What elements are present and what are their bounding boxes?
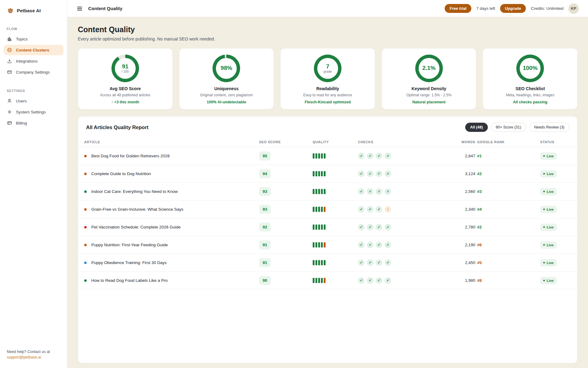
check-icon: ✓: [385, 259, 391, 266]
check-icon: ✓: [358, 153, 364, 159]
sidebar-nav: FLOW Topics Content Clusters Integration…: [0, 20, 67, 349]
topic-dot: [84, 262, 87, 264]
credits-label: Credits: Unlimited: [531, 6, 564, 11]
check-icon: ✓: [385, 242, 391, 248]
metric-card: 98% Uniqueness Original content, zero pl…: [179, 48, 274, 109]
metric-highlight: 100% AI-undetectable: [207, 100, 246, 104]
user-icon: [7, 98, 12, 104]
filter-pill[interactable]: All (48): [465, 123, 488, 132]
article-title: How to Read Dog Food Labels Like a Pro: [91, 278, 168, 283]
status-badge: Live: [540, 259, 557, 266]
trial-days-left: 7 days left: [476, 6, 495, 11]
ring-value: 7: [326, 63, 330, 70]
article-title: Indoor Cat Care: Everything You Need to …: [91, 189, 178, 194]
check-icon: ✓: [358, 224, 364, 230]
check-icon: ✓: [358, 259, 364, 266]
sidebar-item-company-settings[interactable]: Company Settings: [4, 67, 63, 77]
google-rank: #2: [477, 225, 540, 229]
word-count: 2,190: [434, 243, 477, 247]
check-icon: ✓: [358, 188, 364, 195]
sidebar-item-label: Integrations: [16, 59, 38, 63]
checks-group: ✓✓✓✓: [358, 277, 434, 284]
live-dot-icon: [543, 244, 545, 246]
check-icon: ✓: [358, 171, 364, 177]
live-dot-icon: [543, 155, 545, 157]
google-rank: #5: [477, 260, 540, 265]
quality-bars: [313, 153, 358, 159]
check-icon: ✓: [376, 171, 382, 177]
sidebar-item-system-settings[interactable]: System Settings: [4, 107, 63, 117]
topic-dot: [84, 279, 87, 282]
table-row[interactable]: Pet Vaccination Schedule: Complete 2026 …: [78, 218, 577, 236]
check-icon: ✓: [376, 224, 382, 230]
sidebar-item-integrations[interactable]: Integrations: [4, 56, 63, 66]
google-rank: #8: [477, 278, 540, 283]
menu-icon[interactable]: [77, 5, 83, 12]
table-row[interactable]: Puppy Nutrition: First-Year Feeding Guid…: [78, 236, 577, 254]
topic-dot: [84, 173, 87, 175]
status-badge: Live: [540, 170, 557, 178]
check-icon: ✓: [385, 188, 391, 195]
checks-group: ✓✓✓✓: [358, 242, 434, 248]
metric-card: 91 / 100 Avg SEO Score Across all 48 pub…: [78, 48, 173, 109]
sidebar-item-label: Billing: [16, 121, 27, 125]
cluster-icon: [7, 47, 12, 53]
check-icon: ✓: [367, 259, 373, 266]
word-count: 2,340: [434, 207, 477, 212]
check-icon: ✓: [367, 224, 373, 230]
table-row[interactable]: How to Read Dog Food Labels Like a Pro 9…: [78, 272, 577, 289]
check-icon: ✓: [358, 206, 364, 213]
table-row[interactable]: Puppy Obedience Training: First 30 Days …: [78, 254, 577, 272]
sidebar-item-label: System Settings: [16, 110, 46, 114]
quality-bars: [313, 189, 358, 194]
quality-bars: [313, 278, 358, 283]
warning-icon: !: [385, 206, 391, 213]
table-row[interactable]: Complete Guide to Dog Nutrition 94 ✓✓✓✓ …: [78, 165, 577, 183]
live-dot-icon: [543, 209, 545, 210]
upgrade-button[interactable]: Upgrade: [500, 4, 526, 13]
support-email-link[interactable]: support@petbase.ai: [7, 355, 41, 359]
check-icon: ✓: [358, 242, 364, 248]
checks-group: ✓✓✓✓: [358, 259, 434, 266]
progress-ring: 98%: [213, 55, 240, 82]
col-seo-score: SEO Score: [259, 140, 313, 144]
nav-section-flow: FLOW: [0, 24, 67, 33]
sidebar-item-topics[interactable]: Topics: [4, 34, 63, 44]
article-title: Pet Vaccination Schedule: Complete 2026 …: [91, 225, 181, 229]
quality-bars: [313, 260, 358, 265]
gear-icon: [7, 109, 12, 115]
table-row[interactable]: Grain-Free vs Grain-Inclusive: What Scie…: [78, 201, 577, 218]
download-tray-icon: [7, 58, 12, 64]
seo-score-badge: 92: [259, 223, 271, 232]
metric-card: 2.1% Keyword Density Optimal range: 1.5%…: [382, 48, 477, 109]
filter-pill[interactable]: 90+ Score (31): [491, 123, 526, 132]
col-google-rank: Google Rank: [477, 140, 540, 144]
metric-cards: 91 / 100 Avg SEO Score Across all 48 pub…: [78, 48, 578, 109]
col-status: Status: [540, 140, 569, 144]
brand-name: Petbase AI: [17, 8, 41, 13]
topic-dot: [84, 155, 87, 157]
live-dot-icon: [543, 173, 545, 174]
article-title: Puppy Nutrition: First-Year Feeding Guid…: [91, 243, 168, 247]
table-row[interactable]: Indoor Cat Care: Everything You Need to …: [78, 183, 577, 201]
seo-score-badge: 93: [259, 187, 271, 196]
sidebar-item-billing[interactable]: Billing: [4, 118, 63, 128]
checks-group: ✓✓✓!: [358, 206, 434, 213]
sidebar-item-users[interactable]: Users: [4, 96, 63, 106]
metric-description: Easy to read for any audience: [303, 93, 352, 97]
google-rank: #6: [477, 243, 540, 247]
table-row[interactable]: Best Dog Food for Golden Retrievers 2026…: [78, 147, 577, 165]
avatar[interactable]: KP: [568, 3, 579, 14]
checks-group: ✓✓✓✓: [358, 224, 434, 230]
col-words: Words: [434, 140, 477, 144]
metric-description: Optimal range: 1.5% - 2.5%: [406, 93, 451, 97]
topic-dot: [84, 226, 87, 228]
live-dot-icon: [543, 226, 545, 228]
checks-group: ✓✓✓✓: [358, 188, 434, 195]
status-badge: Live: [540, 224, 557, 231]
filter-pill[interactable]: Needs Review (3): [529, 123, 569, 132]
check-icon: ✓: [376, 206, 382, 213]
check-icon: ✓: [376, 188, 382, 195]
metric-card: 7 grade Readability Easy to read for any…: [280, 48, 375, 109]
sidebar-item-content-clusters[interactable]: Content Clusters: [4, 45, 63, 55]
